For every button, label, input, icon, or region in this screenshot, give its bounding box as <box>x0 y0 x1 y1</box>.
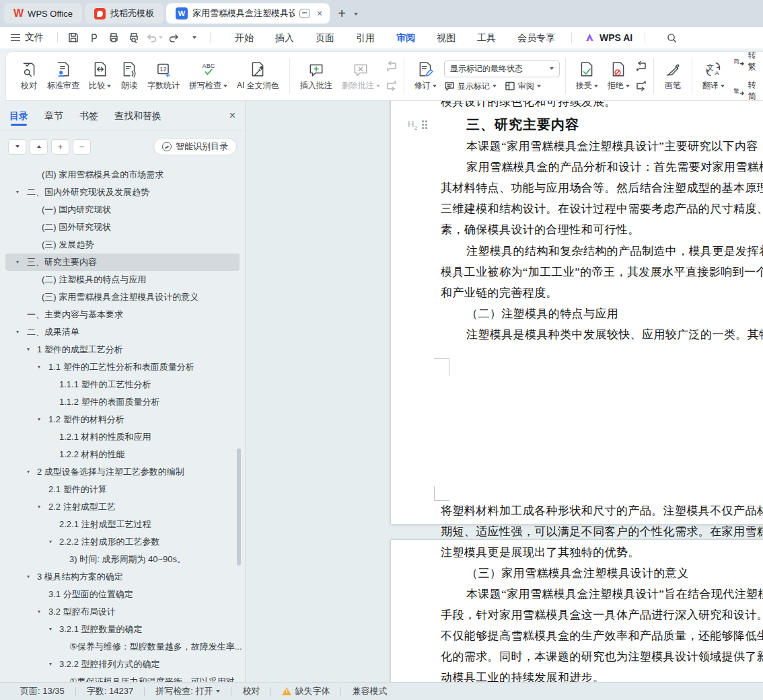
save-button[interactable] <box>65 30 82 46</box>
collapse-triangle-icon[interactable]: ▾ <box>38 609 40 615</box>
delete-comment-button[interactable]: 删除批注 <box>337 58 385 94</box>
search-icon[interactable] <box>663 30 680 46</box>
pen-button[interactable]: 画笔 <box>659 58 686 94</box>
toc-item[interactable]: (四) 家用雪糕模具盒的市场需求 <box>0 166 245 184</box>
collapse-up-button[interactable] <box>30 139 48 155</box>
read-aloud-button[interactable]: 朗读 <box>116 58 143 94</box>
toc-item[interactable]: 1.2.1 材料的性质和应用 <box>0 428 245 446</box>
sidebar-tab-2[interactable]: 书签 <box>79 102 98 130</box>
collapse-triangle-icon[interactable]: ▾ <box>49 626 52 632</box>
collapse-triangle-icon[interactable]: ▾ <box>16 259 19 265</box>
toc-item[interactable]: (二) 注塑模具的特点与应用 <box>0 271 245 288</box>
toc-item[interactable]: ▾3.2.1 型腔数量的确定 <box>0 621 245 638</box>
collapse-triangle-icon[interactable]: ▾ <box>38 364 40 370</box>
toc-item[interactable]: (一) 国内研究现状 <box>0 201 245 219</box>
toc-item[interactable]: 1.2.2 材料的性能 <box>0 446 245 463</box>
collapse-triangle-icon[interactable]: ▾ <box>27 469 30 475</box>
toc-item[interactable]: 2.1 塑件的计算 <box>0 481 245 498</box>
quick-toolbar-chevron-icon[interactable] <box>186 30 203 46</box>
menubar-item-2[interactable]: 页面 <box>305 27 345 48</box>
word-count-indicator[interactable]: 字数: 14237 <box>76 685 144 697</box>
toc-item[interactable]: ▾三、研究主要内容 <box>5 254 240 271</box>
doc-chat-icon[interactable] <box>299 9 310 18</box>
toc-item[interactable]: ▾2.2 注射成型工艺 <box>0 498 245 516</box>
proofread-status[interactable]: 校对 <box>231 685 270 697</box>
compare-button[interactable]: 比较 <box>84 58 116 94</box>
menubar-item-6[interactable]: 工具 <box>466 27 507 48</box>
word-count-button[interactable]: 12 字数统计 <box>143 58 184 94</box>
sidebar-tab-1[interactable]: 章节 <box>44 102 63 130</box>
new-tab-button[interactable]: + <box>332 6 351 22</box>
toc-item[interactable]: ▾二、成果清单 <box>0 323 245 341</box>
print-preview-button[interactable] <box>125 30 143 46</box>
expand-all-button[interactable]: + <box>51 139 69 155</box>
accept-button[interactable]: 接受 <box>571 58 603 94</box>
file-menu-button[interactable]: 文件 <box>0 32 52 44</box>
to-traditional-button[interactable]: 简 转繁 <box>732 51 763 73</box>
collapse-all-button[interactable]: − <box>73 139 91 155</box>
menubar-item-1[interactable]: 插入 <box>264 27 305 48</box>
show-markup-button[interactable]: 显示标记 <box>444 81 497 92</box>
collapse-triangle-icon[interactable]: ▾ <box>16 189 19 195</box>
menubar-item-0[interactable]: 开始 <box>224 27 264 48</box>
menubar-item-5[interactable]: 视图 <box>426 27 466 48</box>
tab-template-store[interactable]: 找稻壳模板 <box>85 3 164 24</box>
toc-item[interactable]: ▾3 模具结构方案的确定 <box>0 568 245 586</box>
toc-item[interactable]: ▾3.2 型腔布局设计 <box>0 603 245 621</box>
sidebar-tab-3[interactable]: 查找和替换 <box>114 102 161 130</box>
toc-item[interactable]: ▾1.1 塑件的工艺性分析和表面质量分析 <box>0 358 245 376</box>
toc-item[interactable]: 3) 时间: 成形周期为 40~90s。 <box>0 551 245 568</box>
missing-font-warning[interactable]: 缺失字体 <box>271 685 340 697</box>
next-change-icon[interactable] <box>634 78 648 91</box>
drag-handle-icon[interactable] <box>422 120 427 129</box>
standard-review-button[interactable]: 标准审查 <box>42 58 84 94</box>
collapse-triangle-icon[interactable]: ▾ <box>16 329 19 335</box>
export-pdf-button[interactable] <box>85 30 102 46</box>
print-button[interactable] <box>105 30 122 46</box>
close-sidebar-icon[interactable]: × <box>229 110 235 122</box>
ai-polish-button[interactable]: AI 全文润色 <box>232 58 284 94</box>
sidebar-tab-0[interactable]: 目录 <box>9 102 28 130</box>
toc-item[interactable]: 1.1.1 塑件的工艺性分析 <box>0 376 245 393</box>
wps-ai-button[interactable]: WPS AI <box>577 32 639 43</box>
previous-comment-icon[interactable] <box>385 61 398 74</box>
track-changes-button[interactable]: 修订 <box>410 58 441 94</box>
collapse-triangle-icon[interactable]: ▾ <box>27 346 30 352</box>
proofread-button[interactable]: 校对 <box>15 58 42 94</box>
close-tab-icon[interactable]: × <box>315 8 324 19</box>
review-pane-button[interactable]: 审阅 <box>505 81 541 92</box>
sidebar-scrollbar[interactable] <box>237 449 241 566</box>
toc-item[interactable]: 3.1 分型面的位置确定 <box>0 586 245 603</box>
spellcheck-toggle[interactable]: 拼写检查: 打开 <box>145 685 231 697</box>
collapse-triangle-icon[interactable]: ▾ <box>49 539 52 545</box>
collapse-triangle-icon[interactable]: ▾ <box>49 661 52 667</box>
toc-item[interactable]: 一、主要内容与基本要求 <box>0 306 245 323</box>
toc-item[interactable]: (三) 家用雪糕模具盒注塑模具设计的意义 <box>0 288 245 306</box>
undo-button[interactable] <box>145 30 163 46</box>
tab-document[interactable]: W 家用雪糕模具盒注塑模具设计 × <box>166 3 330 24</box>
toc-item[interactable]: ▾二、国内外研究现状及发展趋势 <box>0 184 245 201</box>
page-indicator[interactable]: 页面: 13/35 <box>20 685 75 697</box>
markup-state-dropdown[interactable]: 显示标记的最终状态 <box>444 61 560 77</box>
spell-check-button[interactable]: ABC 拼写检查 <box>184 58 232 94</box>
tab-list-chevron-icon[interactable] <box>351 10 361 17</box>
expand-down-button[interactable] <box>8 139 26 155</box>
next-comment-icon[interactable] <box>385 78 398 91</box>
toc-item[interactable]: (二) 国外研究现状 <box>0 219 245 236</box>
collapse-triangle-icon[interactable]: ▾ <box>27 574 30 580</box>
toc-item[interactable]: ▾3.2.2 型腔排列方式的确定 <box>0 656 245 673</box>
tab-wps-office[interactable]: W WPS Office <box>4 3 82 24</box>
menubar-item-3[interactable]: 引用 <box>345 27 386 48</box>
toc-item[interactable]: ▾1 塑件的成型工艺分析 <box>0 341 245 358</box>
toc-item[interactable]: 2.2.1 注射成型工艺过程 <box>0 516 245 533</box>
smart-toc-button[interactable]: 智能识别目录 <box>153 138 237 155</box>
toc-item[interactable]: ▾2 成型设备选择与注塑工艺参数的编制 <box>0 463 245 481</box>
collapse-triangle-icon[interactable]: ▾ <box>38 504 40 510</box>
toc-item[interactable]: 1.1.2 塑件的表面质量分析 <box>0 393 245 411</box>
translate-button[interactable]: 文A 翻译 <box>698 58 729 94</box>
heading-level-badge[interactable]: H2 <box>408 119 427 131</box>
toc-item[interactable]: ⑤保养与维修：型腔数量越多，故障发生率... <box>0 638 245 656</box>
toc-item[interactable]: ▾2.2.2 注射成形的工艺参数 <box>0 533 245 551</box>
menubar-item-4[interactable]: 审阅 <box>386 27 426 48</box>
toc-item[interactable]: ①要保证模具压力和温度平衡，可以采用对 <box>0 673 245 682</box>
